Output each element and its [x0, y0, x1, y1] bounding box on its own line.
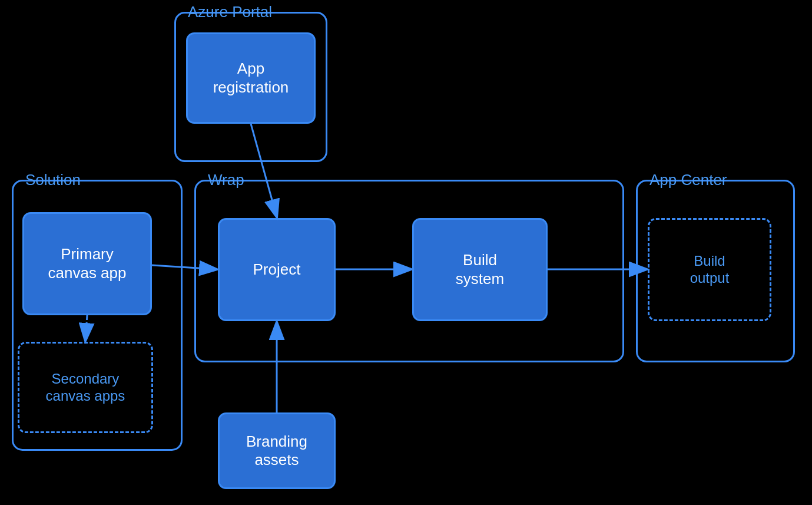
- wrap-label: Wrap: [208, 171, 244, 189]
- app-center-label: App Center: [649, 171, 727, 189]
- solution-label: Solution: [25, 171, 81, 189]
- branding-assets-box: Branding assets: [218, 412, 336, 489]
- build-output-box: Build output: [648, 218, 771, 321]
- diagram-container: Azure Portal App registration Solution P…: [0, 0, 812, 505]
- build-system-box: Build system: [412, 218, 548, 321]
- project-box: Project: [218, 218, 336, 321]
- azure-portal-label: Azure Portal: [188, 3, 272, 21]
- app-registration-box: App registration: [186, 32, 316, 124]
- primary-canvas-app-box: Primary canvas app: [22, 212, 152, 315]
- secondary-canvas-apps-box: Secondary canvas apps: [18, 342, 153, 433]
